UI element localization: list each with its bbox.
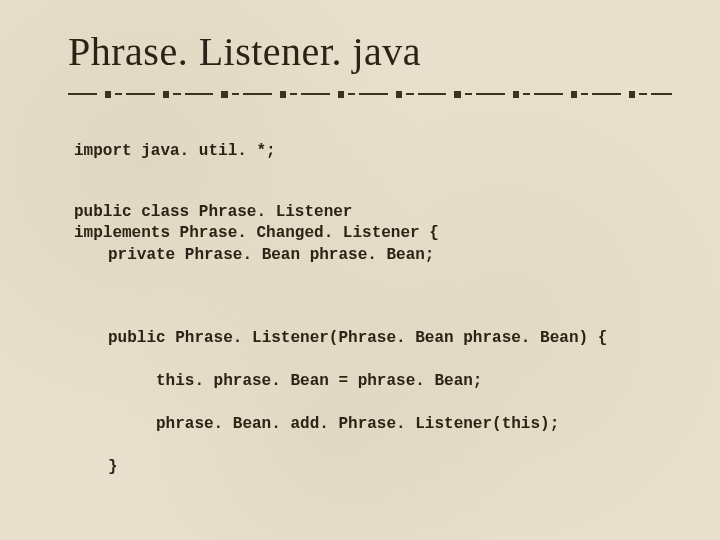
code-line: private Phrase. Bean phrase. Bean;	[74, 245, 672, 267]
blank-line	[74, 501, 672, 519]
code-line: public Phrase. Listener(Phrase. Bean phr…	[74, 328, 672, 350]
code-line: phrase. Bean. add. Phrase. Listener(this…	[74, 414, 672, 436]
slide-container: Phrase. Listener. java import java. util…	[0, 0, 720, 540]
code-line: }	[74, 457, 672, 479]
code-line: import java. util. *;	[74, 142, 276, 160]
code-line: public class Phrase. Listener	[74, 203, 352, 221]
code-line: this. phrase. Bean = phrase. Bean;	[74, 371, 672, 393]
code-block: import java. util. *; public class Phras…	[68, 119, 672, 540]
blank-line	[74, 162, 672, 180]
slide-title: Phrase. Listener. java	[68, 28, 672, 75]
blank-line	[74, 288, 672, 306]
code-line: implements Phrase. Changed. Listener {	[74, 224, 439, 242]
title-divider	[68, 89, 672, 99]
